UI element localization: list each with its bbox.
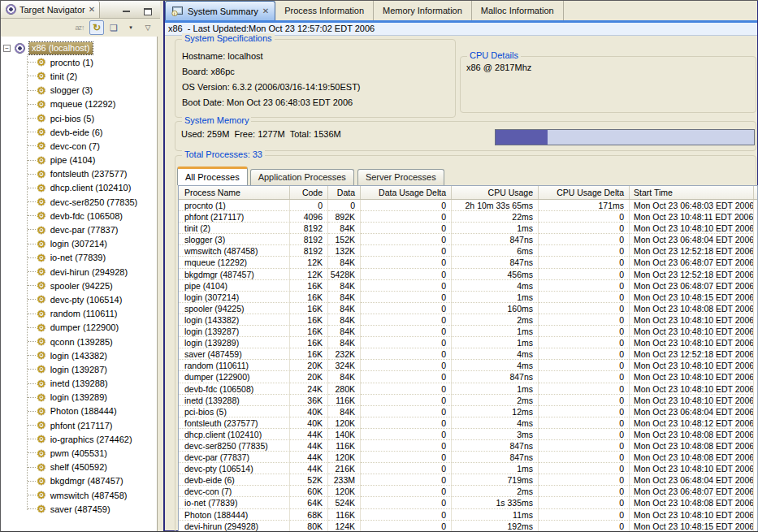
tab-memory-information[interactable]: Memory Information — [374, 1, 472, 20]
minimize-view-button[interactable] — [119, 4, 134, 19]
tree-item-process[interactable]: ⚙devc-par (77837) — [1, 223, 157, 236]
table-row[interactable]: login (139289)16K84K01ms0Mon Oct 23 10:4… — [179, 337, 757, 348]
ide-window: Target Navigator ✕ az↑ ↻ ❏ ▾ ▽ − x86 (lo… — [0, 0, 758, 532]
tree-item-process[interactable]: ⚙dumper (122900) — [1, 321, 157, 335]
tree-item-process[interactable]: ⚙pwm (405531) — [1, 446, 157, 460]
tree-item-process[interactable]: ⚙devc-pty (106514) — [1, 292, 157, 306]
tab-all-processes[interactable]: All Processes — [177, 167, 248, 185]
table-row[interactable]: devb-fdc (106508)24K280K01ms0Mon Oct 23 … — [179, 383, 757, 395]
table-row[interactable]: saver (487459)16K232K04ms0Mon Oct 23 12:… — [179, 348, 757, 360]
tree-item-process[interactable]: ⚙procnto (1) — [1, 55, 157, 69]
tree-item-process[interactable]: ⚙random (110611) — [1, 307, 157, 321]
tab-target-navigator[interactable]: Target Navigator ✕ — [1, 1, 100, 18]
tree-item-process[interactable]: ⚙inetd (139288) — [1, 377, 157, 391]
tree-item-process[interactable]: ⚙login (307214) — [1, 237, 157, 251]
tree-item-process[interactable]: ⚙login (139287) — [1, 362, 157, 376]
refresh-button[interactable]: ↻ — [89, 20, 104, 35]
close-view-icon[interactable]: ✕ — [89, 6, 95, 14]
table-row[interactable]: pci-bios (5)40K84K012ms0Mon Oct 23 06:48… — [179, 406, 757, 417]
table-row[interactable]: io-net (77839)64K524K01s 335ms0Mon Oct 2… — [179, 497, 757, 508]
tree-item-process[interactable]: ⚙devi-hirun (294928) — [1, 265, 157, 279]
table-cell: Mon Oct 23 10:48:08 EDT 2006 — [630, 497, 754, 508]
column-header[interactable]: Data — [328, 186, 361, 199]
table-row[interactable]: login (143382)16K84K02ms0Mon Oct 23 10:4… — [179, 314, 757, 326]
tree-item-process[interactable]: ⚙qconn (139285) — [1, 335, 157, 348]
tree-item-process[interactable]: ⚙devb-fdc (106508) — [1, 209, 157, 223]
table-row[interactable]: wmswitch (487458)8192132K06ms0Mon Oct 23… — [179, 245, 757, 257]
process-gear-icon: ⚙ — [37, 350, 46, 361]
tree-item-process[interactable]: ⚙pci-bios (5) — [1, 111, 157, 125]
tree-item-process[interactable]: ⚙io-graphics (274462) — [1, 432, 157, 446]
process-label: devc-con (7) — [50, 141, 100, 151]
table-row[interactable]: dhcp.client (102410)44K140K03ms0Mon Oct … — [179, 429, 757, 440]
tree-item-process[interactable]: ⚙devc-con (7) — [1, 139, 157, 153]
table-cell: 0 — [539, 406, 630, 417]
tree-item-process[interactable]: ⚙tinit (2) — [1, 69, 157, 83]
tree-item-process[interactable]: ⚙slogger (3) — [1, 84, 157, 97]
table-row[interactable]: devc-ser8250 (77835)44K116K0847ns0Mon Oc… — [179, 440, 757, 452]
view-menu-button[interactable]: ▽ — [141, 20, 155, 35]
tree-item-process[interactable]: ⚙fontsleuth (237577) — [1, 167, 157, 181]
tree-item-process[interactable]: ⚙mqueue (12292) — [1, 97, 157, 111]
tree-item-process[interactable]: ⚙io-net (77839) — [1, 251, 157, 265]
tab-server-processes[interactable]: Server Processes — [357, 169, 444, 185]
tab-malloc-information[interactable]: Malloc Information — [472, 1, 564, 20]
tree-item-process[interactable]: ⚙Photon (188444) — [1, 404, 157, 418]
column-header[interactable]: Start Time — [630, 186, 754, 199]
tab-application-processes[interactable]: Application Processes — [250, 169, 354, 185]
table-row[interactable]: bkgdmgr (487457)12K5428K0456ms0Mon Oct 2… — [179, 269, 757, 280]
table-row[interactable]: devi-hirun (294928)80K124K0192ms0Mon Oct… — [179, 521, 757, 532]
table-row[interactable]: devc-con (7)60K120K02ms0Mon Oct 23 06:48… — [179, 486, 757, 497]
table-row[interactable]: devb-eide (6)52K233M0719ms0Mon Oct 23 06… — [179, 474, 757, 486]
tab-process-information[interactable]: Process Information — [275, 1, 374, 20]
tree-item-process[interactable]: ⚙saver (487459) — [1, 502, 157, 516]
tree-item-process[interactable]: ⚙bkgdmgr (487457) — [1, 474, 157, 488]
tree-item-process[interactable]: ⚙dhcp.client (102410) — [1, 181, 157, 195]
table-cell: 0 — [539, 257, 630, 268]
table-row[interactable]: devc-par (77837)44K120K0847ns0Mon Oct 23… — [179, 452, 757, 463]
table-cell: 44K — [290, 440, 328, 452]
table-row[interactable]: dumper (122900)20K84K0847ns0Mon Oct 23 1… — [179, 371, 757, 383]
table-cell: 0 — [539, 280, 630, 292]
table-row[interactable]: devc-pty (106514)44K216K01ms0Mon Oct 23 … — [179, 463, 757, 474]
tree-item-process[interactable]: ⚙devc-ser8250 (77835) — [1, 195, 157, 209]
table-row[interactable]: login (307214)16K84K01ms0Mon Oct 23 10:4… — [179, 292, 757, 303]
table-cell: 171ms — [539, 200, 630, 211]
collapse-toggle-icon[interactable]: − — [3, 45, 11, 52]
table-cell: 68K — [290, 509, 328, 521]
table-row[interactable]: mqueue (12292)12K84K0847ns0Mon Oct 23 06… — [179, 257, 757, 268]
table-row[interactable]: fontsleuth (237577)40K120K04ms0Mon Oct 2… — [179, 417, 757, 429]
tree-item-process[interactable]: ⚙login (143382) — [1, 348, 157, 362]
table-row[interactable]: Photon (188444)68K116K011ms0Mon Oct 23 1… — [179, 509, 757, 521]
tree-item-process[interactable]: ⚙shelf (450592) — [1, 461, 157, 474]
table-row[interactable]: inetd (139288)36K116K02ms0Mon Oct 23 10:… — [179, 395, 757, 406]
table-cell: Mon Oct 23 10:48:08 EDT 2006 — [630, 440, 754, 452]
tab-system-summary[interactable]: i System Summary ✕ — [165, 1, 275, 20]
tree-item-process[interactable]: ⚙spooler (94225) — [1, 279, 157, 292]
table-row[interactable]: pipe (4104)16K84K04ms0Mon Oct 23 06:48:0… — [179, 280, 757, 292]
column-header[interactable]: Data Usage Delta — [361, 186, 452, 199]
column-header[interactable]: CPU Usage Delta — [539, 186, 630, 199]
tree-item-process[interactable]: ⚙pipe (4104) — [1, 154, 157, 167]
column-header[interactable]: Process Name — [179, 186, 290, 199]
close-tab-icon[interactable]: ✕ — [262, 7, 269, 15]
tree-root-row[interactable]: − x86 (localhost) — [1, 41, 157, 55]
tree-item-process[interactable]: ⚙phfont (217117) — [1, 418, 157, 432]
tree-item-process[interactable]: ⚙login (139289) — [1, 391, 157, 404]
column-header[interactable]: CPU Usage — [452, 186, 539, 199]
table-row[interactable]: spooler (94225)16K84K0160ms0Mon Oct 23 1… — [179, 303, 757, 314]
maximize-view-button[interactable] — [141, 4, 155, 19]
column-header[interactable]: Code — [290, 186, 328, 199]
tree-item-process[interactable]: ⚙devb-eide (6) — [1, 125, 157, 139]
layout-dropdown-button[interactable]: ▾ — [123, 20, 138, 35]
table-row[interactable]: slogger (3)8192152K0847ns0Mon Oct 23 06:… — [179, 234, 757, 245]
sort-button[interactable]: az↑ — [72, 20, 87, 35]
table-row[interactable]: tinit (2)819284K01ms0Mon Oct 23 10:48:10… — [179, 223, 757, 234]
table-cell: 5428K — [328, 269, 361, 280]
tree-item-process[interactable]: ⚙wmswitch (487458) — [1, 488, 157, 502]
table-row[interactable]: phfont (217117)4096892K022ms0Mon Oct 23 … — [179, 211, 757, 223]
layout-button[interactable]: ❏ — [106, 20, 121, 35]
table-row[interactable]: procnto (1)0002h 10m 33s 65ms171msMon Oc… — [179, 200, 757, 211]
table-row[interactable]: login (139287)16K84K01ms0Mon Oct 23 10:4… — [179, 326, 757, 337]
table-row[interactable]: random (110611)20K324K04ms0Mon Oct 23 10… — [179, 360, 757, 371]
